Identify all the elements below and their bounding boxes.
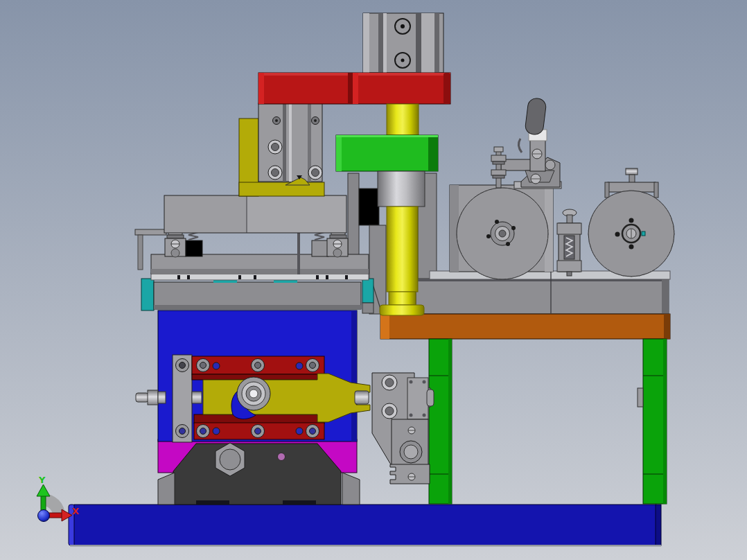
table-apron-right-edge xyxy=(662,279,669,314)
press-lower-base xyxy=(158,439,360,505)
cad-scene: Y X xyxy=(0,0,747,560)
teal-mark xyxy=(642,231,645,236)
table-orange-slab xyxy=(380,314,670,339)
roller-station-right xyxy=(588,168,674,277)
sensor-stem xyxy=(138,235,143,270)
roller-knob[interactable] xyxy=(626,168,638,175)
ram-collar xyxy=(378,171,425,207)
floating-plate-edge xyxy=(151,269,369,274)
ram-cylinder-neck xyxy=(389,292,416,305)
teal-end-cap-left xyxy=(141,279,154,310)
yellow-lever xyxy=(203,374,370,422)
table-leg-right xyxy=(638,339,667,504)
x-axis-label: X xyxy=(72,506,79,516)
support-block xyxy=(359,189,379,225)
base-plate-shadow xyxy=(70,545,661,547)
orange-slab-left-bevel xyxy=(380,314,389,339)
bracket-sub-plate xyxy=(407,378,428,419)
support-post xyxy=(348,173,359,255)
pink-set-screw xyxy=(278,453,285,461)
wedge-notch xyxy=(283,500,316,505)
base-plate-front-face xyxy=(74,505,656,545)
press-body-right-edge xyxy=(351,310,357,441)
origin-ball xyxy=(38,510,50,522)
corner-foot-right xyxy=(342,473,360,505)
clamp-strip-bottom xyxy=(194,414,324,423)
end-cap-base xyxy=(362,303,374,313)
air-fitting-hex xyxy=(148,390,158,405)
bracket-tab xyxy=(427,390,434,406)
upper-fixture xyxy=(164,103,346,233)
guide-bracket xyxy=(372,373,434,484)
sensor-tab xyxy=(135,229,166,235)
roller-station-left xyxy=(450,98,561,279)
y-axis-label: Y xyxy=(38,475,46,485)
orange-slab-right-edge xyxy=(664,314,670,339)
guide-pin xyxy=(297,233,300,274)
clamp-hook xyxy=(518,139,522,152)
base-plate-right-edge xyxy=(656,505,661,545)
air-fitting-washer xyxy=(158,392,166,403)
corner-foot-left xyxy=(158,473,175,505)
press-body xyxy=(136,310,370,442)
ram-rod-upper xyxy=(387,104,419,135)
pneumatic-cylinder xyxy=(363,13,443,73)
toggle-clamp xyxy=(491,98,561,189)
cad-viewport[interactable]: Y X xyxy=(0,0,747,560)
coordinate-triad: Y X xyxy=(37,475,79,522)
leg-clip xyxy=(638,388,643,407)
air-fitting-tip xyxy=(136,393,148,402)
air-fitting-boss xyxy=(192,392,202,403)
spring-jack xyxy=(557,209,581,276)
ram-cylinder xyxy=(387,207,418,292)
green-coupler-block xyxy=(336,135,438,171)
upper-block-right xyxy=(247,196,346,232)
hex-nut-bore xyxy=(220,449,240,470)
red-mount-bar xyxy=(258,73,450,104)
y-axis-arrowhead xyxy=(37,484,50,496)
ram-flange xyxy=(380,305,424,315)
lever-bearing xyxy=(237,377,270,410)
machine-base-plate xyxy=(69,505,661,547)
wedge-notch xyxy=(196,500,229,505)
yellow-angle-bracket-horizontal xyxy=(239,182,324,196)
lower-tool-plate-edge xyxy=(154,305,361,309)
press-foot-wedge xyxy=(173,444,341,505)
teal-end-cap-right xyxy=(362,279,374,303)
table-apron xyxy=(416,279,669,314)
lever-pin xyxy=(355,391,369,404)
guided-cylinder-slide xyxy=(258,103,322,185)
